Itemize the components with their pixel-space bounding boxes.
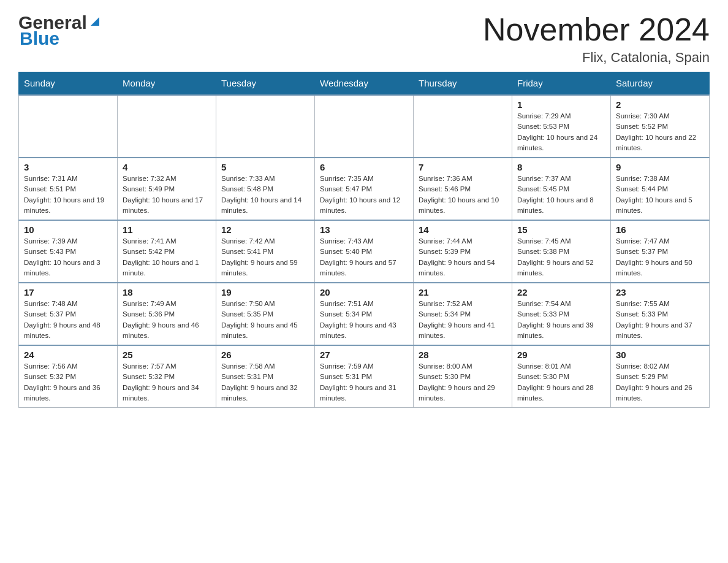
calendar-cell: 12Sunrise: 7:42 AMSunset: 5:41 PMDayligh… bbox=[216, 220, 315, 283]
calendar-cell: 22Sunrise: 7:54 AMSunset: 5:33 PMDayligh… bbox=[512, 283, 611, 345]
header-monday: Monday bbox=[118, 72, 216, 95]
header-friday: Friday bbox=[512, 72, 611, 95]
calendar-cell: 16Sunrise: 7:47 AMSunset: 5:37 PMDayligh… bbox=[611, 220, 710, 283]
day-info: Sunrise: 8:01 AMSunset: 5:30 PMDaylight:… bbox=[517, 361, 605, 404]
day-info: Sunrise: 7:44 AMSunset: 5:39 PMDaylight:… bbox=[419, 236, 507, 278]
calendar-cell: 28Sunrise: 8:00 AMSunset: 5:30 PMDayligh… bbox=[414, 345, 512, 408]
day-number: 10 bbox=[24, 224, 112, 235]
calendar-cell: 18Sunrise: 7:49 AMSunset: 5:36 PMDayligh… bbox=[118, 283, 216, 345]
day-info: Sunrise: 7:56 AMSunset: 5:32 PMDaylight:… bbox=[24, 361, 112, 404]
day-info: Sunrise: 7:58 AMSunset: 5:31 PMDaylight:… bbox=[221, 361, 309, 404]
day-info: Sunrise: 7:57 AMSunset: 5:32 PMDaylight:… bbox=[123, 361, 211, 404]
day-number: 3 bbox=[24, 162, 112, 172]
day-info: Sunrise: 7:55 AMSunset: 5:33 PMDaylight:… bbox=[616, 299, 704, 341]
day-number: 15 bbox=[517, 224, 605, 235]
weekday-header-row: Sunday Monday Tuesday Wednesday Thursday… bbox=[19, 72, 710, 95]
header-tuesday: Tuesday bbox=[216, 72, 315, 95]
day-number: 26 bbox=[221, 350, 309, 360]
day-number: 19 bbox=[221, 287, 309, 297]
day-info: Sunrise: 7:49 AMSunset: 5:36 PMDaylight:… bbox=[123, 299, 211, 341]
week-row-3: 10Sunrise: 7:39 AMSunset: 5:43 PMDayligh… bbox=[19, 220, 710, 283]
day-info: Sunrise: 7:38 AMSunset: 5:44 PMDaylight:… bbox=[616, 174, 704, 216]
day-number: 4 bbox=[123, 162, 211, 172]
day-number: 23 bbox=[616, 287, 704, 297]
day-number: 14 bbox=[419, 224, 507, 235]
day-info: Sunrise: 8:02 AMSunset: 5:29 PMDaylight:… bbox=[616, 361, 704, 404]
day-number: 2 bbox=[616, 99, 704, 110]
day-info: Sunrise: 7:33 AMSunset: 5:48 PMDaylight:… bbox=[221, 174, 309, 216]
day-number: 5 bbox=[221, 162, 309, 172]
calendar-cell: 19Sunrise: 7:50 AMSunset: 5:35 PMDayligh… bbox=[216, 283, 315, 345]
day-info: Sunrise: 7:52 AMSunset: 5:34 PMDaylight:… bbox=[419, 299, 507, 341]
day-number: 11 bbox=[123, 224, 211, 235]
day-number: 7 bbox=[419, 162, 507, 172]
day-info: Sunrise: 7:30 AMSunset: 5:52 PMDaylight:… bbox=[616, 111, 704, 153]
calendar-cell bbox=[315, 95, 414, 158]
header-sunday: Sunday bbox=[19, 72, 118, 95]
day-number: 22 bbox=[517, 287, 605, 297]
day-info: Sunrise: 7:45 AMSunset: 5:38 PMDaylight:… bbox=[517, 236, 605, 278]
calendar-cell: 14Sunrise: 7:44 AMSunset: 5:39 PMDayligh… bbox=[414, 220, 512, 283]
week-row-5: 24Sunrise: 7:56 AMSunset: 5:32 PMDayligh… bbox=[19, 345, 710, 408]
month-title: November 2024 bbox=[483, 12, 710, 47]
page-header: General Blue November 2024 Flix, Catalon… bbox=[18, 12, 710, 66]
day-number: 27 bbox=[320, 350, 408, 360]
calendar-cell: 5Sunrise: 7:33 AMSunset: 5:48 PMDaylight… bbox=[216, 158, 315, 220]
day-number: 1 bbox=[517, 99, 605, 110]
day-info: Sunrise: 7:31 AMSunset: 5:51 PMDaylight:… bbox=[24, 174, 112, 216]
day-info: Sunrise: 7:59 AMSunset: 5:31 PMDaylight:… bbox=[320, 361, 408, 404]
logo-triangle-icon bbox=[88, 15, 102, 28]
calendar-cell: 26Sunrise: 7:58 AMSunset: 5:31 PMDayligh… bbox=[216, 345, 315, 408]
calendar-cell: 1Sunrise: 7:29 AMSunset: 5:53 PMDaylight… bbox=[512, 95, 611, 158]
day-number: 20 bbox=[320, 287, 408, 297]
day-number: 30 bbox=[616, 350, 704, 360]
week-row-1: 1Sunrise: 7:29 AMSunset: 5:53 PMDaylight… bbox=[19, 95, 710, 158]
logo: General Blue bbox=[18, 12, 102, 49]
calendar-cell: 30Sunrise: 8:02 AMSunset: 5:29 PMDayligh… bbox=[611, 345, 710, 408]
calendar-cell: 15Sunrise: 7:45 AMSunset: 5:38 PMDayligh… bbox=[512, 220, 611, 283]
calendar-cell bbox=[19, 95, 118, 158]
day-number: 21 bbox=[419, 287, 507, 297]
title-section: November 2024 Flix, Catalonia, Spain bbox=[483, 12, 710, 66]
week-row-4: 17Sunrise: 7:48 AMSunset: 5:37 PMDayligh… bbox=[19, 283, 710, 345]
calendar-cell: 29Sunrise: 8:01 AMSunset: 5:30 PMDayligh… bbox=[512, 345, 611, 408]
calendar-cell: 13Sunrise: 7:43 AMSunset: 5:40 PMDayligh… bbox=[315, 220, 414, 283]
day-info: Sunrise: 7:50 AMSunset: 5:35 PMDaylight:… bbox=[221, 299, 309, 341]
calendar-table: Sunday Monday Tuesday Wednesday Thursday… bbox=[18, 72, 710, 408]
day-info: Sunrise: 7:32 AMSunset: 5:49 PMDaylight:… bbox=[123, 174, 211, 216]
day-info: Sunrise: 7:54 AMSunset: 5:33 PMDaylight:… bbox=[517, 299, 605, 341]
week-row-2: 3Sunrise: 7:31 AMSunset: 5:51 PMDaylight… bbox=[19, 158, 710, 220]
day-number: 8 bbox=[517, 162, 605, 172]
logo-blue: Blue bbox=[20, 28, 59, 49]
header-thursday: Thursday bbox=[414, 72, 512, 95]
day-info: Sunrise: 7:51 AMSunset: 5:34 PMDaylight:… bbox=[320, 299, 408, 341]
day-info: Sunrise: 7:48 AMSunset: 5:37 PMDaylight:… bbox=[24, 299, 112, 341]
day-info: Sunrise: 8:00 AMSunset: 5:30 PMDaylight:… bbox=[419, 361, 507, 404]
day-number: 6 bbox=[320, 162, 408, 172]
day-info: Sunrise: 7:43 AMSunset: 5:40 PMDaylight:… bbox=[320, 236, 408, 278]
calendar-cell bbox=[118, 95, 216, 158]
calendar-cell: 8Sunrise: 7:37 AMSunset: 5:45 PMDaylight… bbox=[512, 158, 611, 220]
day-number: 28 bbox=[419, 350, 507, 360]
day-info: Sunrise: 7:29 AMSunset: 5:53 PMDaylight:… bbox=[517, 111, 605, 153]
calendar-cell: 11Sunrise: 7:41 AMSunset: 5:42 PMDayligh… bbox=[118, 220, 216, 283]
day-info: Sunrise: 7:37 AMSunset: 5:45 PMDaylight:… bbox=[517, 174, 605, 216]
calendar-cell bbox=[216, 95, 315, 158]
calendar-cell bbox=[414, 95, 512, 158]
calendar-cell: 3Sunrise: 7:31 AMSunset: 5:51 PMDaylight… bbox=[19, 158, 118, 220]
day-info: Sunrise: 7:42 AMSunset: 5:41 PMDaylight:… bbox=[221, 236, 309, 278]
calendar-cell: 10Sunrise: 7:39 AMSunset: 5:43 PMDayligh… bbox=[19, 220, 118, 283]
day-number: 16 bbox=[616, 224, 704, 235]
calendar-cell: 4Sunrise: 7:32 AMSunset: 5:49 PMDaylight… bbox=[118, 158, 216, 220]
calendar-cell: 6Sunrise: 7:35 AMSunset: 5:47 PMDaylight… bbox=[315, 158, 414, 220]
calendar-cell: 7Sunrise: 7:36 AMSunset: 5:46 PMDaylight… bbox=[414, 158, 512, 220]
calendar-cell: 25Sunrise: 7:57 AMSunset: 5:32 PMDayligh… bbox=[118, 345, 216, 408]
day-info: Sunrise: 7:41 AMSunset: 5:42 PMDaylight:… bbox=[123, 236, 211, 278]
location: Flix, Catalonia, Spain bbox=[483, 50, 710, 66]
day-number: 24 bbox=[24, 350, 112, 360]
day-info: Sunrise: 7:47 AMSunset: 5:37 PMDaylight:… bbox=[616, 236, 704, 278]
calendar-cell: 17Sunrise: 7:48 AMSunset: 5:37 PMDayligh… bbox=[19, 283, 118, 345]
day-number: 9 bbox=[616, 162, 704, 172]
calendar-cell: 21Sunrise: 7:52 AMSunset: 5:34 PMDayligh… bbox=[414, 283, 512, 345]
header-wednesday: Wednesday bbox=[315, 72, 414, 95]
